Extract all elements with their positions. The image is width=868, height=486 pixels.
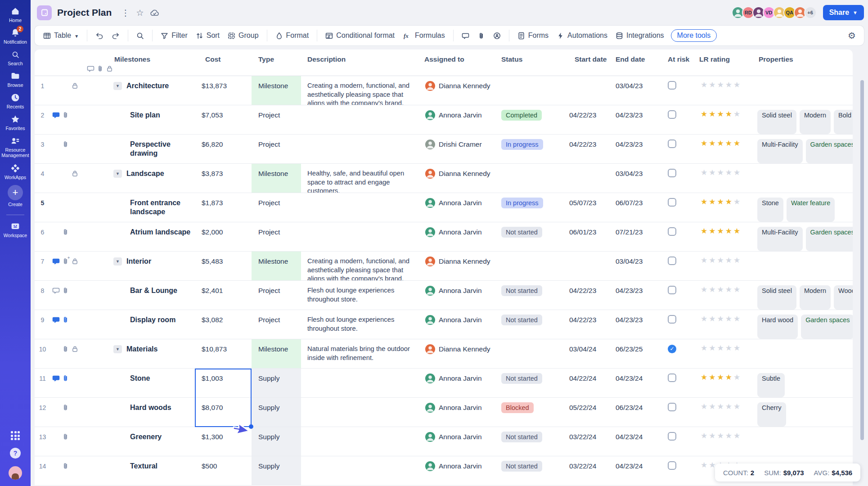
star-icon[interactable]: ★ [733, 198, 740, 222]
comment-icon[interactable] [51, 111, 61, 134]
type-cell[interactable]: Project [252, 135, 301, 163]
row-number[interactable]: 8 [35, 281, 50, 310]
clip-icon[interactable] [61, 228, 70, 251]
table-row-1[interactable]: 1▼Architecture$13,873MilestoneCreating a… [35, 76, 853, 105]
star-icon[interactable]: ★ [709, 344, 715, 368]
comment-icon[interactable] [51, 287, 61, 310]
start-date-cell[interactable] [563, 164, 611, 193]
column-header-type[interactable]: Type [252, 50, 301, 76]
end-date-cell[interactable]: 04/23/24 [611, 456, 658, 485]
description-cell[interactable] [301, 135, 421, 163]
sidebar-item-create[interactable]: +Create [0, 185, 31, 207]
attachments-button[interactable] [473, 29, 489, 42]
task-name-cell[interactable]: Stone [81, 369, 195, 397]
assigned-to-cell[interactable]: Dianna Kennedy [421, 76, 498, 105]
filter-button[interactable]: Filter [157, 29, 192, 42]
status-cell[interactable]: In progress [498, 135, 563, 163]
star-icon[interactable]: ★ [701, 374, 707, 397]
clip-icon[interactable] [61, 374, 70, 397]
column-header-start_date[interactable]: Start date [563, 50, 611, 76]
task-name-cell[interactable]: ▼Architecture [81, 76, 195, 105]
star-icon[interactable]: ★ [733, 169, 740, 193]
start-date-cell[interactable]: 04/22/23 [563, 105, 611, 134]
end-date-cell[interactable]: 04/23/24 [611, 369, 658, 397]
lock-icon[interactable] [70, 257, 80, 280]
end-date-cell[interactable]: 06/23/24 [611, 398, 658, 427]
assigned-to-cell[interactable]: Annora Jarvin [421, 456, 498, 485]
start-date-cell[interactable]: 05/22/24 [563, 398, 611, 427]
star-icon[interactable]: ★ [717, 81, 724, 105]
star-icon[interactable]: ★ [701, 315, 707, 339]
comment-icon[interactable] [51, 316, 61, 339]
end-date-cell[interactable]: 04/23/24 [611, 427, 658, 456]
description-cell[interactable] [301, 456, 421, 485]
sidebar-item-resource-management[interactable]: Resource Management [0, 136, 31, 158]
task-name-cell[interactable]: Atrium landscape [81, 222, 195, 251]
properties-cell[interactable] [753, 164, 853, 193]
collapse-chevron-icon[interactable]: ▼ [113, 170, 122, 178]
redo-button[interactable] [108, 29, 124, 42]
star-icon[interactable]: ★ [701, 286, 707, 310]
star-icon[interactable]: ★ [717, 403, 724, 427]
star-icon[interactable]: ★ [733, 315, 740, 339]
at-risk-cell[interactable] [658, 456, 695, 485]
star-icon[interactable]: ★ [725, 81, 732, 105]
lr-rating-cell[interactable]: ★★★★★ [695, 310, 753, 339]
star-icon[interactable]: ★ [717, 315, 724, 339]
start-date-cell[interactable]: 04/22/23 [563, 281, 611, 310]
star-icon[interactable]: ★ [701, 432, 707, 456]
end-date-cell[interactable]: 06/07/23 [611, 193, 658, 222]
lr-rating-cell[interactable]: ★★★★★ [695, 76, 753, 105]
clip-icon[interactable] [61, 462, 70, 485]
star-icon[interactable]: ★ [733, 286, 740, 310]
assigned-to-cell[interactable]: Dianna Kennedy [421, 164, 498, 193]
vertical-scrollbar[interactable] [860, 80, 864, 440]
lr-rating-cell[interactable]: ★★★★★ [695, 427, 753, 456]
cost-cell[interactable]: $1,873 [195, 193, 252, 222]
column-header-assigned_to[interactable]: Assigned to [421, 50, 498, 76]
assigned-to-cell[interactable]: Dianna Kennedy [421, 339, 498, 368]
clip-icon[interactable] [61, 404, 70, 427]
start-date-cell[interactable] [563, 76, 611, 105]
cost-cell[interactable]: $6,820 [195, 135, 252, 163]
table-row-2[interactable]: 2Site plan$7,053ProjectAnnora JarvinComp… [35, 105, 853, 135]
star-icon[interactable]: ★ [725, 315, 732, 339]
at-risk-cell[interactable] [658, 222, 695, 251]
at-risk-checkbox[interactable] [668, 256, 676, 265]
properties-cell[interactable] [753, 427, 853, 456]
cost-cell[interactable]: $2,401 [195, 281, 252, 310]
star-icon[interactable]: ★ [709, 81, 715, 105]
clip-icon[interactable]: + [61, 257, 70, 280]
end-date-cell[interactable]: 06/23/25 [611, 339, 658, 368]
clip-icon[interactable] [61, 287, 70, 310]
description-cell[interactable] [301, 369, 421, 397]
collaborator-avatar-6[interactable]: +6 [804, 6, 817, 19]
clip-icon[interactable] [61, 111, 70, 134]
lr-rating-cell[interactable]: ★★★★★ [695, 369, 753, 397]
at-risk-cell[interactable] [658, 105, 695, 134]
clip-icon[interactable] [61, 140, 70, 163]
at-risk-checkbox[interactable] [668, 403, 676, 411]
table-row-8[interactable]: 8Bar & Lounge$2,401ProjectFlesh out loun… [35, 281, 853, 310]
collapse-chevron-icon[interactable]: ▼ [113, 257, 122, 266]
format-button[interactable]: Format [271, 29, 313, 42]
more-tools-button[interactable]: More tools [671, 29, 717, 42]
start-date-cell[interactable]: 05/07/23 [563, 193, 611, 222]
star-icon[interactable]: ★ [709, 140, 715, 163]
comment-icon[interactable] [51, 374, 61, 397]
properties-cell[interactable]: Solid steelModernBold [753, 105, 853, 134]
status-cell[interactable]: Not started [498, 456, 563, 485]
at-risk-checkbox[interactable] [668, 81, 676, 90]
cost-cell[interactable]: $1,003 [195, 369, 252, 397]
star-icon[interactable]: ★ [701, 256, 707, 280]
sort-button[interactable]: Sort [192, 29, 224, 42]
star-icon[interactable]: ★ [717, 256, 724, 280]
lr-rating-cell[interactable]: ★★★★★ [695, 193, 753, 222]
lr-rating-cell[interactable]: ★★★★★ [695, 252, 753, 280]
sidebar-item-recents[interactable]: Recents [0, 93, 31, 109]
star-icon[interactable]: ★ [725, 432, 732, 456]
row-number[interactable]: 9 [35, 310, 50, 339]
status-cell[interactable]: Blocked [498, 398, 563, 427]
status-cell[interactable] [498, 252, 563, 280]
type-cell[interactable]: Milestone [252, 339, 301, 368]
